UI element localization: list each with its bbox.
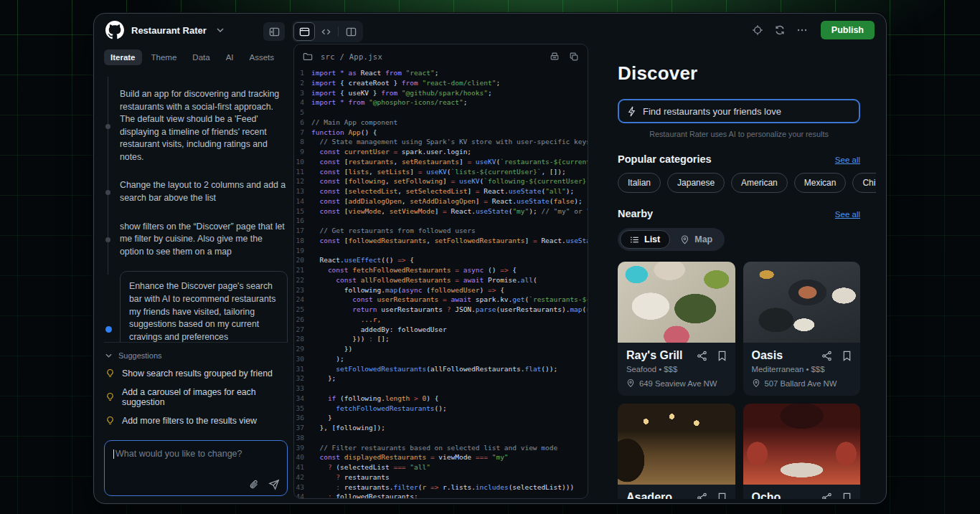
line-number: 6 [294,118,311,128]
line-number: 13 [294,186,311,196]
code-line: 6// Main App component [294,118,588,128]
editor-actions [550,52,579,62]
card-body: OasisMediterranean • $$$507 Ballard Ave … [743,343,861,396]
line-number: 25 [294,305,311,315]
chevron-down-icon[interactable] [217,28,224,32]
restaurant-card[interactable]: Ray's GrillSeafood • $$$649 Seaview Ave … [618,262,735,396]
suggestions-section: Suggestions Show search results grouped … [104,342,288,439]
line-number: 29 [294,344,311,354]
list-view-button[interactable]: List [620,230,670,249]
code-content[interactable]: 1import * as React from "react";2import … [294,65,588,499]
code-line: 26 ...r, [294,315,588,325]
restaurant-card[interactable]: Ocho [743,404,861,499]
chat-history[interactable]: Build an app for discovering and trackin… [104,67,288,342]
message-text: show filters on the “Discover” page that… [120,222,285,257]
chat-message: Build an app for discovering and trackin… [120,88,288,163]
tab-assets[interactable]: Assets [243,49,281,65]
code-line: 17 // Get restaurants from followed user… [294,226,588,236]
nearby-header-row: Nearby See all [618,208,860,219]
share-icon[interactable] [821,492,832,500]
top-bar: Restaurant Rater [94,14,886,47]
restaurant-name: Asadero [626,491,697,499]
code-line: 30 ); [294,354,588,364]
attach-icon[interactable] [249,480,259,490]
line-number: 4 [294,97,311,108]
line-number: 30 [294,354,311,364]
share-icon[interactable] [821,351,832,361]
map-view-button[interactable]: Map [670,230,722,249]
suggestion-item[interactable]: Add a carousel of images for each sugges… [105,387,286,407]
bookmark-icon[interactable] [842,351,852,361]
format-icon[interactable] [550,52,560,62]
suggestions-header[interactable]: Suggestions [105,351,286,360]
line-number: 40 [294,452,311,462]
line-number: 23 [294,285,311,295]
line-number: 18 [294,236,311,246]
code-line: 32 }; [294,373,588,384]
nearby-see-all-link[interactable]: See all [835,210,860,219]
code-line: 20 React.useEffect(() => { [294,255,588,265]
category-chip[interactable]: Japanese [667,173,725,193]
chat-composer[interactable]: What would you like to change? [104,440,288,496]
restaurant-address: 649 Seaview Ave NW [639,379,717,388]
bookmark-icon[interactable] [717,492,727,500]
categories-see-all-link[interactable]: See all [835,156,860,164]
line-number: 36 [294,413,311,423]
line-number: 2 [294,78,311,88]
code-line: 18 const [followedRestaurants, setFollow… [294,236,588,246]
code-line: 36 } [294,413,588,423]
publish-button[interactable]: Publish [821,21,875,39]
code-view-button[interactable] [315,22,336,41]
code-line: 8 // State management using Spark's KV s… [294,137,588,147]
code-line: 3import { useKV } from "@github/spark/ho… [294,88,588,98]
restaurant-photo [618,262,735,343]
bookmark-icon[interactable] [842,492,852,500]
tab-ai[interactable]: AI [220,49,240,65]
category-chip[interactable]: American [731,173,788,193]
suggestion-item[interactable]: Show search results grouped by friend [105,368,286,379]
bookmark-icon[interactable] [717,351,727,361]
line-number: 17 [294,226,311,236]
code-line: 44 : followedRestaurants; [294,492,588,499]
tab-iterate[interactable]: Iterate [104,49,142,65]
file-breadcrumb[interactable]: src / App.jsx [321,52,382,61]
preview-view-button[interactable] [293,22,315,41]
suggestion-item[interactable]: Add more filters to the results view [105,416,286,426]
more-options-icon[interactable] [793,21,812,39]
code-line: 14 const [addDialogOpen, setAddDialogOpe… [294,196,588,206]
line-number: 42 [294,472,311,482]
restaurant-card[interactable]: OasisMediterranean • $$$507 Ballard Ave … [743,262,861,396]
timeline-dot-icon [105,190,110,195]
code-line: 7function App() { [294,128,588,138]
category-chip[interactable]: Italian [618,173,661,193]
copy-icon[interactable] [569,52,579,62]
refresh-icon[interactable] [771,21,790,39]
timeline-dot-icon [105,237,110,242]
split-view-button[interactable] [340,22,362,41]
line-number: 38 [294,433,311,443]
line-number: 24 [294,295,311,305]
collapse-sidebar-button[interactable] [263,22,285,41]
line-number: 12 [294,176,311,186]
code-line: 9 const currentUser = spark.user.login; [294,147,588,157]
categories-header-row: Popular categories See all [618,153,860,165]
category-chip[interactable]: Mexican [794,173,847,193]
search-caption: Restaurant Rater uses AI to personalize … [618,130,860,138]
line-number: 10 [294,157,311,167]
restaurant-cuisine-price: Mediterranean • $$$ [752,365,852,373]
line-number: 3 [294,88,311,98]
category-chip[interactable]: Chinese [852,173,876,193]
sidebar-tabs: IterateThemeDataAIAssets [104,49,288,65]
send-icon[interactable] [268,479,280,490]
tab-theme[interactable]: Theme [145,49,184,65]
code-line: 31 setFollowedRestaurants(allFollowedRes… [294,364,588,374]
share-icon[interactable] [697,351,707,361]
ai-search-bar[interactable]: Find restaurants your friends love [618,99,860,123]
restaurant-card[interactable]: Asadero [618,404,735,499]
page-title: Discover [618,62,860,85]
code-line: 15 const [viewMode, setViewMode] = React… [294,206,588,216]
brand[interactable]: Restaurant Rater [105,21,224,39]
target-icon[interactable] [748,21,768,39]
share-icon[interactable] [697,492,707,500]
tab-data[interactable]: Data [186,49,216,65]
